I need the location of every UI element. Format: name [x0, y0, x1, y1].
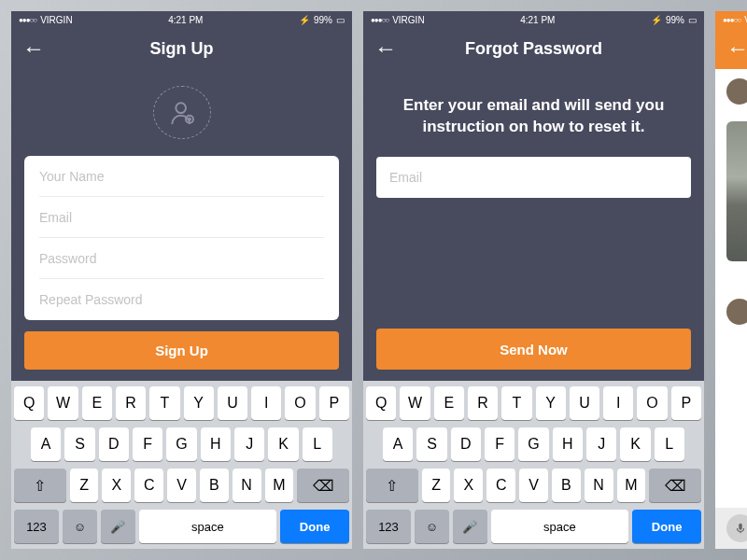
kb-row-2: ASDFGHJKL [366, 427, 701, 461]
avatar[interactable] [726, 299, 747, 325]
key-s[interactable]: S [416, 427, 446, 461]
key-h[interactable]: H [201, 427, 231, 461]
key-q[interactable]: Q [366, 386, 396, 420]
avatar[interactable] [726, 78, 747, 105]
key-m[interactable]: M [265, 469, 294, 502]
send-button[interactable]: Send Now [376, 329, 691, 370]
back-icon[interactable]: ← [22, 35, 45, 62]
key-z[interactable]: Z [70, 469, 99, 502]
key-f[interactable]: F [133, 427, 162, 461]
key-e[interactable]: E [82, 386, 112, 420]
key-k[interactable]: K [620, 427, 650, 461]
key-g[interactable]: G [518, 427, 548, 461]
key-e[interactable]: E [434, 386, 464, 420]
keyboard: QWERTYUIOP ASDFGHJKL ⇧ ZXCVBNM ⌫ 123 ☺ 🎤… [363, 381, 704, 549]
key-h[interactable]: H [553, 427, 583, 461]
backspace-key[interactable]: ⌫ [297, 469, 349, 502]
key-t[interactable]: T [149, 386, 179, 420]
emoji-key[interactable]: ☺ [63, 510, 97, 543]
key-a[interactable]: A [31, 427, 61, 461]
phone-signup: ●●●○○ VIRGIN 4:21 PM ⚡ 99% ▭ ← Sign Up S… [11, 11, 352, 549]
person-add-icon [167, 98, 197, 128]
key-t[interactable]: T [501, 386, 531, 420]
key-o[interactable]: O [285, 386, 315, 420]
key-b[interactable]: B [552, 469, 581, 502]
shift-key[interactable]: ⇧ [14, 469, 66, 502]
key-u[interactable]: U [570, 386, 599, 420]
key-l[interactable]: L [303, 427, 332, 461]
space-key[interactable]: space [491, 510, 629, 543]
key-g[interactable]: G [166, 427, 196, 461]
bluetooth-icon: ⚡ [651, 15, 662, 25]
mic-icon [734, 522, 747, 535]
voice-button[interactable] [726, 514, 747, 542]
chat-content: Ho just now Yo [715, 69, 747, 508]
back-icon[interactable]: ← [374, 35, 397, 62]
key-a[interactable]: A [383, 427, 413, 461]
status-bar: ●●●○○ VIRGIN [715, 11, 747, 28]
key-i[interactable]: I [251, 386, 281, 420]
email-field[interactable] [389, 170, 678, 185]
key-n[interactable]: N [585, 469, 613, 502]
mic-key[interactable]: 🎤 [101, 510, 135, 543]
repeat-password-field[interactable] [39, 292, 324, 307]
key-u[interactable]: U [218, 386, 247, 420]
kb-row-3: ⇧ ZXCVBNM ⌫ [14, 469, 349, 502]
key-p[interactable]: P [671, 386, 701, 420]
key-y[interactable]: Y [536, 386, 566, 420]
num-key[interactable]: 123 [366, 510, 411, 543]
password-field[interactable] [39, 251, 324, 266]
mic-key[interactable]: 🎤 [453, 510, 487, 543]
key-w[interactable]: W [400, 386, 430, 420]
keyboard: QWERTYUIOP ASDFGHJKL ⇧ ZXCVBNM ⌫ 123 ☺ 🎤… [11, 381, 352, 549]
avatar-upload[interactable] [153, 86, 211, 139]
key-x[interactable]: X [454, 469, 483, 502]
key-r[interactable]: R [468, 386, 498, 420]
key-c[interactable]: C [134, 469, 163, 502]
key-v[interactable]: V [167, 469, 196, 502]
key-w[interactable]: W [48, 386, 78, 420]
signup-button[interactable]: Sign Up [24, 331, 339, 370]
battery-icon: ▭ [688, 15, 697, 25]
key-d[interactable]: D [99, 427, 129, 461]
key-f[interactable]: F [485, 427, 514, 461]
key-x[interactable]: X [102, 469, 131, 502]
done-key[interactable]: Done [632, 510, 701, 543]
emoji-key[interactable]: ☺ [415, 510, 449, 543]
key-z[interactable]: Z [422, 469, 451, 502]
key-y[interactable]: Y [184, 386, 214, 420]
key-n[interactable]: N [233, 469, 261, 502]
key-k[interactable]: K [268, 427, 298, 461]
key-o[interactable]: O [637, 386, 667, 420]
key-i[interactable]: I [603, 386, 633, 420]
back-icon[interactable]: ← [726, 35, 747, 62]
key-b[interactable]: B [200, 469, 229, 502]
key-d[interactable]: D [451, 427, 481, 461]
key-l[interactable]: L [655, 427, 684, 461]
key-p[interactable]: P [319, 386, 349, 420]
num-key[interactable]: 123 [14, 510, 59, 543]
status-bar: ●●●○○ VIRGIN 4:21 PM ⚡ 99% ▭ [363, 11, 704, 28]
shift-key[interactable]: ⇧ [366, 469, 418, 502]
chat-image[interactable] [726, 121, 747, 261]
done-key[interactable]: Done [280, 510, 349, 543]
key-j[interactable]: J [234, 427, 264, 461]
key-m[interactable]: M [617, 469, 646, 502]
key-j[interactable]: J [586, 427, 616, 461]
backspace-key[interactable]: ⌫ [649, 469, 701, 502]
space-key[interactable]: space [139, 510, 277, 543]
name-field[interactable] [39, 169, 324, 184]
chat-message: Ho [726, 78, 747, 105]
key-r[interactable]: R [116, 386, 146, 420]
signal-dots: ●●●○○ [723, 16, 740, 24]
key-v[interactable]: V [519, 469, 548, 502]
key-s[interactable]: S [64, 427, 94, 461]
page-title: Sign Up [11, 39, 352, 59]
key-c[interactable]: C [486, 469, 515, 502]
key-q[interactable]: Q [14, 386, 44, 420]
nav-bar: ← [715, 28, 747, 69]
clock: 4:21 PM [168, 15, 203, 25]
phone-chat-cropped: ●●●○○ VIRGIN ← Ho just now Yo [715, 11, 747, 549]
email-field[interactable] [39, 210, 324, 225]
carrier-label: VIRGIN [392, 15, 424, 25]
